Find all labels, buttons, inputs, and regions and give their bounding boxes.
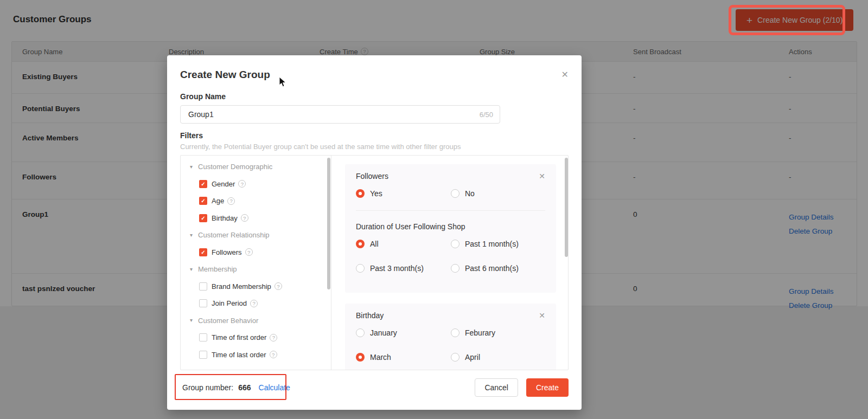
tree-section-customer-behavior[interactable]: ▾ Customer Behavior [181, 312, 331, 330]
cards-scrollbar-thumb[interactable] [565, 158, 568, 257]
create-button[interactable]: Create [526, 378, 569, 397]
help-icon[interactable]: ? [245, 248, 253, 256]
close-icon[interactable]: ✕ [561, 70, 569, 79]
checkbox-checked[interactable]: ✓ [199, 180, 207, 188]
tree-item-time-of-first-order: Time of first order ? [181, 329, 331, 346]
filters-label: Filters [180, 131, 569, 140]
radio-option-yes[interactable]: Yes [356, 189, 451, 198]
checkbox-unchecked[interactable] [199, 299, 207, 307]
tree-section-customer-demographic[interactable]: ▾ Customer Demographic [181, 158, 331, 176]
group-name-input[interactable] [187, 109, 475, 119]
tree-item-join-period: Join Period ? [181, 295, 331, 312]
radio-option-all[interactable]: All [356, 240, 451, 248]
help-icon[interactable]: ? [250, 300, 258, 307]
cancel-button[interactable]: Cancel [475, 378, 518, 397]
help-icon[interactable]: ? [227, 197, 235, 205]
divider [356, 210, 545, 211]
close-icon[interactable]: ✕ [539, 312, 545, 319]
help-icon[interactable]: ? [275, 282, 282, 290]
radio-unselected-icon [451, 353, 459, 362]
radio-option-feburary[interactable]: Feburary [451, 328, 545, 337]
tree-item-gender: ✓ Gender ? [181, 176, 331, 193]
modal-title: Create New Group [180, 69, 270, 81]
checkbox-unchecked[interactable] [199, 282, 207, 291]
checkbox-unchecked[interactable] [199, 333, 207, 341]
tree-item-followers: ✓ Followers ? [181, 244, 331, 261]
group-number-area: Group number: 666 Calculate [180, 383, 290, 392]
group-number-value: 666 [238, 383, 251, 392]
close-icon[interactable]: ✕ [539, 172, 545, 180]
radio-option-january[interactable]: January [356, 328, 451, 337]
modal-footer: Group number: 666 Calculate Cancel Creat… [180, 374, 569, 401]
tree-section-membership[interactable]: ▾ Membership [181, 261, 331, 278]
tree-item-time-of-last-order: Time of last order ? [181, 346, 331, 364]
help-icon[interactable]: ? [270, 334, 277, 341]
checkbox-checked[interactable]: ✓ [199, 248, 207, 256]
screen: Customer Groups + Create New Group (2/10… [0, 0, 868, 419]
radio-unselected-icon [356, 264, 365, 273]
tree-section-customer-relationship[interactable]: ▾ Customer Relationship [181, 227, 331, 244]
caret-down-icon: ▾ [190, 233, 193, 238]
char-counter: 6/50 [480, 111, 493, 119]
filter-card-followers: Followers ✕ Yes No Durat [345, 164, 556, 293]
radio-unselected-icon [451, 240, 459, 248]
help-icon[interactable]: ? [241, 214, 248, 222]
radio-selected-icon [356, 353, 365, 362]
radio-option-no[interactable]: No [451, 189, 545, 198]
radio-selected-icon [356, 189, 365, 198]
radio-option-past-6-months[interactable]: Past 6 month(s) [451, 264, 545, 273]
radio-unselected-icon [451, 328, 459, 337]
radio-unselected-icon [451, 264, 459, 273]
group-number-label: Group number: [182, 383, 233, 392]
card-title: Followers [356, 172, 388, 181]
radio-option-past-1-month[interactable]: Past 1 month(s) [451, 240, 545, 248]
radio-option-april[interactable]: April [451, 353, 545, 362]
radio-option-march[interactable]: March [356, 353, 451, 362]
tree-item-brand-membership: Brand Membership ? [181, 278, 331, 295]
radio-unselected-icon [451, 189, 459, 198]
card-title: Birthday [356, 311, 384, 320]
caret-down-icon: ▾ [190, 164, 193, 170]
caret-down-icon: ▾ [190, 267, 193, 272]
radio-selected-icon [356, 240, 365, 248]
calculate-link[interactable]: Calculate [259, 383, 290, 392]
tree-item-age: ✓ Age ? [181, 192, 331, 210]
group-name-label: Group Name [180, 92, 569, 101]
group-name-input-wrap: 6/50 [180, 105, 500, 124]
filters-note: Currently, the Potential Buyer group can… [180, 143, 569, 151]
filter-card-birthday: Birthday ✕ January Feburary [345, 304, 556, 370]
checkbox-unchecked[interactable] [199, 351, 207, 359]
filter-tree: ▾ Customer Demographic ✓ Gender ? ✓ Age … [181, 156, 331, 370]
duration-subtitle: Duration of User Following Shop [356, 222, 545, 231]
checkbox-checked[interactable]: ✓ [199, 197, 207, 205]
caret-down-icon: ▾ [190, 318, 193, 323]
tree-scrollbar-thumb[interactable] [327, 158, 330, 289]
radio-unselected-icon [356, 328, 365, 337]
checkbox-checked[interactable]: ✓ [199, 214, 207, 222]
tree-item-birthday: ✓ Birthday ? [181, 210, 331, 227]
selected-filter-cards: Followers ✕ Yes No Durat [332, 156, 568, 370]
radio-option-past-3-months[interactable]: Past 3 month(s) [356, 264, 451, 273]
create-new-group-modal: Create New Group ✕ Group Name 6/50 Filte… [167, 55, 582, 410]
filters-panel: ▾ Customer Demographic ✓ Gender ? ✓ Age … [180, 155, 569, 370]
help-icon[interactable]: ? [270, 351, 277, 358]
help-icon[interactable]: ? [238, 180, 246, 188]
modal-header: Create New Group ✕ [180, 68, 569, 81]
